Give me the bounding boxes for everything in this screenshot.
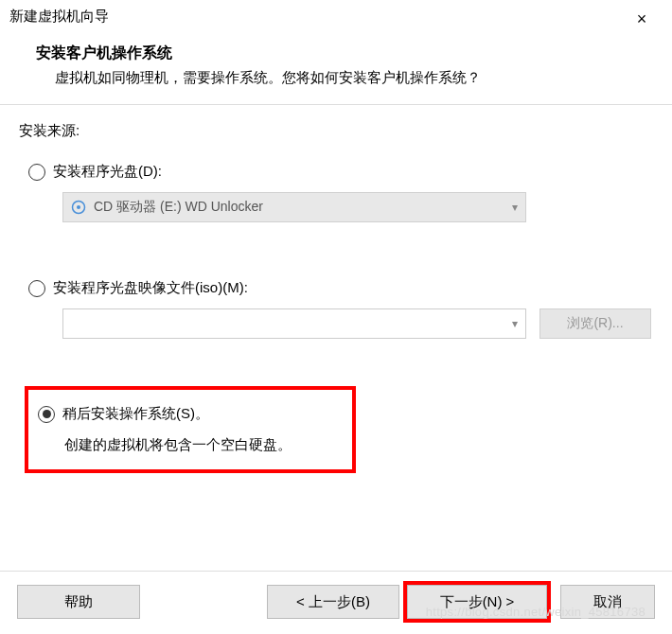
dropdown-selected-text: CD 驱动器 (E:) WD Unlocker bbox=[94, 199, 512, 216]
radio-icon-selected bbox=[38, 406, 55, 423]
radio-group: 安装程序光盘(D): CD 驱动器 (E:) WD Unlocker ▾ 安装程… bbox=[19, 163, 653, 473]
disc-dropdown[interactable]: CD 驱动器 (E:) WD Unlocker ▾ bbox=[62, 192, 526, 222]
wizard-title: 安装客户机操作系统 bbox=[36, 44, 644, 63]
browse-button[interactable]: 浏览(R)... bbox=[539, 308, 651, 339]
radio-label-iso: 安装程序光盘映像文件(iso)(M): bbox=[53, 279, 248, 297]
window-title: 新建虚拟机向导 bbox=[9, 6, 109, 26]
chevron-down-icon: ▾ bbox=[512, 201, 518, 214]
svg-point-1 bbox=[77, 205, 80, 209]
close-button[interactable]: × bbox=[623, 6, 661, 32]
titlebar: 新建虚拟机向导 × bbox=[0, 0, 672, 36]
radio-option-later[interactable]: 稍后安装操作系统(S)。 bbox=[38, 405, 343, 423]
button-bar: 帮助 < 上一步(B) 下一步(N) > 取消 bbox=[0, 571, 672, 634]
wizard-body: 安装来源: 安装程序光盘(D): CD 驱动器 (E:) WD Unlocker… bbox=[0, 105, 672, 483]
radio-option-disc[interactable]: 安装程序光盘(D): bbox=[28, 163, 653, 181]
radio-label-disc: 安装程序光盘(D): bbox=[53, 163, 162, 181]
next-button[interactable]: 下一步(N) > bbox=[407, 585, 547, 619]
radio-label-later: 稍后安装操作系统(S)。 bbox=[62, 405, 209, 423]
iso-row: ▾ 浏览(R)... bbox=[62, 308, 653, 339]
radio-icon bbox=[28, 280, 45, 297]
wizard-description: 虚拟机如同物理机，需要操作系统。您将如何安装客户机操作系统？ bbox=[36, 69, 644, 87]
close-icon: × bbox=[637, 9, 647, 29]
highlight-annotation-option: 稍后安装操作系统(S)。 创建的虚拟机将包含一个空白硬盘。 bbox=[25, 386, 356, 473]
option-later-description: 创建的虚拟机将包含一个空白硬盘。 bbox=[64, 436, 343, 454]
iso-path-input[interactable]: ▾ bbox=[62, 308, 526, 339]
cancel-button[interactable]: 取消 bbox=[560, 585, 655, 619]
radio-icon bbox=[28, 164, 45, 181]
install-source-label: 安装来源: bbox=[19, 122, 653, 140]
help-button[interactable]: 帮助 bbox=[17, 585, 140, 619]
radio-option-iso[interactable]: 安装程序光盘映像文件(iso)(M): bbox=[28, 279, 653, 297]
wizard-header: 安装客户机操作系统 虚拟机如同物理机，需要操作系统。您将如何安装客户机操作系统？ bbox=[0, 36, 672, 104]
back-button[interactable]: < 上一步(B) bbox=[267, 585, 399, 619]
disc-icon bbox=[71, 200, 86, 215]
chevron-down-icon: ▾ bbox=[512, 317, 518, 330]
highlight-annotation-next: 下一步(N) > bbox=[403, 581, 551, 623]
